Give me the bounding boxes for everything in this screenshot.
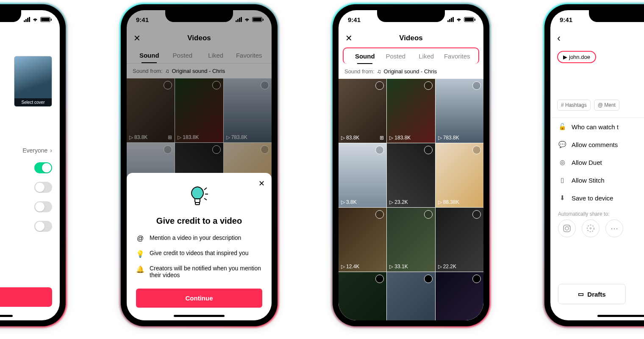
svg-point-9 — [569, 226, 569, 227]
toggle-2[interactable] — [34, 182, 52, 193]
phone-1-post-screen: s, or ou Select cover eos o a video Ever… — [0, 4, 66, 326]
svg-line-6 — [204, 198, 207, 200]
phone-3-video-grid: 9:41 ✕ Videos Sound Posted Liked Favorit… — [333, 4, 489, 326]
opt-privacy[interactable]: 🔓Who can watch t — [550, 118, 644, 136]
video-cell[interactable]: ▷ 88.38K — [436, 143, 483, 207]
home-indicator — [174, 315, 225, 317]
drafts-icon: ▭ — [578, 290, 584, 298]
download-icon: ⬇ — [558, 194, 566, 202]
cover-thumbnail[interactable]: Select cover — [14, 56, 52, 107]
tab-sound[interactable]: Sound — [350, 48, 380, 64]
wifi-icon — [32, 16, 39, 23]
sheet-row-2: 💡 Give credit to videos that inspired yo… — [136, 250, 262, 258]
video-cell[interactable] — [387, 272, 435, 320]
video-cell[interactable]: ▷ 83.8K⊞ — [339, 79, 386, 143]
svg-text:+: + — [589, 225, 592, 231]
bulb-small-icon: 💡 — [136, 250, 144, 258]
tab-posted[interactable]: Posted — [380, 48, 411, 64]
svg-line-4 — [204, 188, 207, 190]
tabs-highlighted: Sound Posted Liked Favorites — [343, 47, 479, 64]
signal-icon — [447, 17, 454, 22]
share-stories[interactable]: + — [582, 220, 600, 237]
continue-button[interactable]: Continue — [136, 289, 262, 308]
battery-icon — [464, 17, 474, 22]
tag-chips: # Hashtags @ Ment — [550, 96, 644, 114]
battery-icon — [40, 17, 50, 22]
svg-rect-3 — [195, 203, 200, 205]
status-time: 9:41 — [560, 16, 572, 23]
opt-duet[interactable]: ◎Allow Duet — [550, 153, 644, 171]
sheet-close-button[interactable]: ✕ — [258, 179, 265, 188]
mention-icon: @ — [136, 234, 144, 243]
toggle-row-1 — [0, 158, 60, 178]
video-cell[interactable]: ▷ 183.8K — [387, 79, 435, 143]
video-cell[interactable] — [436, 272, 483, 320]
video-cell[interactable] — [339, 272, 386, 320]
bell-icon: 🔔 — [136, 265, 144, 273]
share-instagram[interactable] — [558, 220, 576, 237]
wifi-icon — [455, 17, 462, 22]
close-button[interactable]: ✕ — [344, 31, 354, 45]
video-cell[interactable]: ▷ 783.8K — [436, 79, 483, 143]
drafts-button[interactable]: ▭ Drafts — [558, 284, 626, 304]
play-icon: ▶ — [563, 54, 567, 60]
video-grid: ▷ 83.8K⊞ ▷ 183.8K ▷ 783.8K ▷ 3.8K ▷ 23.2… — [339, 79, 483, 320]
description-text[interactable]: s, or ou — [0, 61, 9, 69]
lock-icon: 🔓 — [558, 123, 566, 131]
chevron-right-icon: › — [50, 147, 52, 154]
tab-favorites[interactable]: Favorites — [442, 48, 473, 64]
mentions-chip[interactable]: @ Ment — [594, 100, 619, 111]
toggle-row-4 — [0, 217, 60, 236]
video-cell[interactable]: ▷ 3.8K — [339, 143, 386, 207]
video-cell[interactable]: ▷ 12.4K — [339, 208, 386, 272]
phone-2-credit-sheet: 9:41 ✕ Videos Sound Posted Liked Favorit… — [121, 4, 278, 326]
phone-4-post-options: 9:41 ‹ ▶ john.doe # Hashtags @ Ment 🔓Who… — [544, 4, 644, 326]
tab-liked[interactable]: Liked — [411, 48, 442, 64]
signal-icon — [24, 17, 30, 22]
opt-stitch[interactable]: ▯Allow Stitch — [550, 171, 644, 189]
video-cell[interactable]: ▷ 33.1K — [387, 208, 435, 272]
opt-comments[interactable]: 💬Allow comments — [550, 136, 644, 153]
home-indicator — [597, 315, 644, 317]
video-cell[interactable]: ▷ 22.2K — [436, 208, 483, 272]
back-button[interactable]: ‹ — [555, 31, 562, 46]
hashtags-chip[interactable]: # Hashtags — [557, 100, 591, 111]
opt-save[interactable]: ⬇Save to device — [550, 189, 644, 207]
sheet-row-3: 🔔 Creators will be notified when you men… — [136, 265, 262, 278]
lightbulb-icon — [186, 184, 212, 209]
nav-header: ‹ — [550, 29, 644, 47]
video-cell[interactable]: ▷ 23.2K — [387, 143, 435, 207]
duet-icon: ◎ — [558, 158, 566, 166]
status-time: 9:41 — [348, 16, 361, 23]
toggle-4[interactable] — [34, 221, 52, 232]
svg-point-8 — [565, 227, 569, 230]
toggle-3[interactable] — [34, 201, 52, 212]
sheet-row-1: @ Mention a video in your description — [136, 234, 262, 243]
toggle-row-2 — [0, 178, 60, 197]
share-label: Automatically share to: — [550, 207, 644, 220]
select-cover-label: Select cover — [14, 98, 52, 106]
comment-icon: 💬 — [558, 141, 566, 148]
home-indicator — [0, 315, 13, 317]
page-title: Videos — [399, 34, 422, 42]
credit-sheet: ✕ Give credit to a video @ Mention a vid — [127, 173, 272, 320]
music-icon: ♫ — [377, 68, 381, 75]
sheet-title: Give credit to a video — [136, 216, 262, 226]
sound-from-row: Sound from: ♫ Original sound - Chris — [339, 64, 483, 79]
stitch-icon: ▯ — [558, 176, 566, 184]
share-icons: + ⋯ — [550, 220, 644, 237]
toggle-row-3 — [0, 197, 60, 217]
toggle-1[interactable] — [34, 162, 52, 173]
share-other[interactable]: ⋯ — [605, 220, 623, 237]
privacy-row[interactable]: Everyone › — [0, 143, 60, 158]
nav-header: ✕ Videos — [339, 29, 483, 47]
post-button[interactable]: ✦ Post — [0, 287, 52, 307]
credited-user-chip[interactable]: ▶ john.doe — [557, 51, 596, 63]
